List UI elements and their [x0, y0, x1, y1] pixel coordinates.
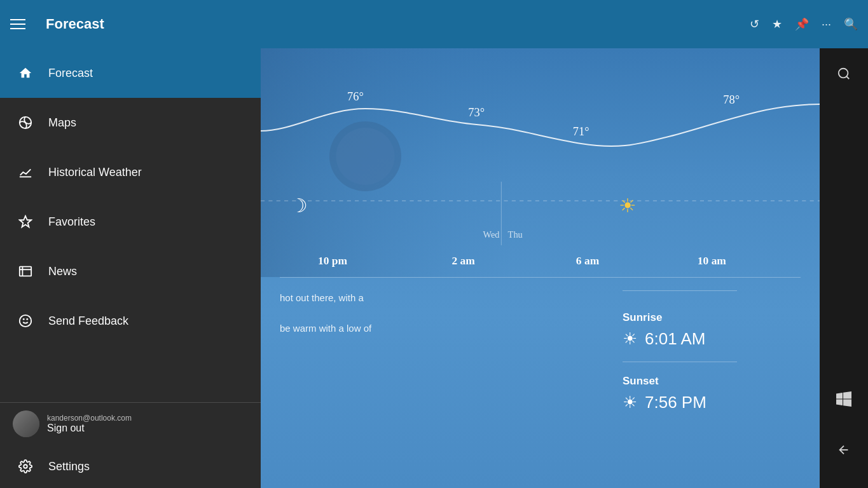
- sidebar-item-news[interactable]: News: [0, 247, 261, 296]
- menu-button[interactable]: [10, 11, 36, 37]
- windows-logo-icon: [831, 386, 857, 412]
- svg-line-28: [846, 76, 849, 79]
- avatar: [13, 410, 39, 437]
- sunset-value: 7:56 PM: [645, 393, 706, 412]
- svg-point-6: [20, 315, 31, 327]
- app-title: Forecast: [46, 16, 750, 32]
- svg-text:71°: 71°: [573, 125, 589, 138]
- refresh-icon[interactable]: ↺: [750, 17, 759, 31]
- chart-area: 76° 73° 71° 78° ☽ ☀ Wed Thu 10 pm 2 am 6…: [261, 48, 820, 277]
- pin-icon[interactable]: 📌: [795, 17, 809, 31]
- news-icon: [13, 264, 38, 278]
- historical-label: Historical Weather: [48, 166, 142, 179]
- sun-times: Sunrise ☀ 6:01 AM Sunset ☀ 7:56 PM: [623, 290, 801, 475]
- settings-label: Settings: [48, 460, 90, 473]
- more-icon[interactable]: ···: [822, 18, 831, 31]
- sunset-item: Sunset ☀ 7:56 PM: [623, 375, 801, 412]
- favorites-label: Favorites: [48, 215, 95, 229]
- title-actions: ↺ ★ 📌 ··· 🔍: [750, 17, 858, 31]
- svg-text:78°: 78°: [723, 93, 740, 106]
- favorite-icon[interactable]: ★: [772, 17, 782, 31]
- svg-text:2 am: 2 am: [452, 255, 476, 267]
- sidebar-item-settings[interactable]: Settings: [0, 445, 261, 488]
- sunset-icon: ☀: [623, 393, 637, 412]
- sunrise-value: 6:01 AM: [645, 329, 705, 349]
- feedback-icon: [13, 314, 38, 328]
- sidebar: Forecast Maps Historical Weather: [0, 48, 261, 488]
- svg-text:73°: 73°: [468, 106, 485, 119]
- user-email: kanderson@outlook.com: [47, 414, 132, 423]
- sign-out-label[interactable]: Sign out: [47, 423, 132, 434]
- main-area: Forecast Maps Historical Weather: [0, 48, 868, 488]
- forecast-label: Forecast: [48, 67, 93, 80]
- description-line2: be warm with a low of: [280, 321, 597, 336]
- gear-icon: [13, 459, 38, 473]
- description-line1: hot out there, with a: [280, 290, 597, 306]
- news-label: News: [48, 265, 77, 278]
- sidebar-item-favorites[interactable]: Favorites: [0, 197, 261, 247]
- weather-panel: 76° 73° 71° 78° ☽ ☀ Wed Thu 10 pm 2 am 6…: [261, 48, 820, 488]
- svg-text:76°: 76°: [347, 90, 364, 103]
- svg-text:☽: ☽: [290, 195, 307, 217]
- sunrise-time: ☀ 6:01 AM: [623, 329, 801, 349]
- svg-point-9: [24, 464, 27, 468]
- svg-text:☀: ☀: [619, 195, 636, 217]
- user-info: kanderson@outlook.com Sign out: [47, 414, 132, 434]
- historical-icon: [13, 165, 38, 179]
- svg-point-27: [839, 69, 848, 78]
- user-item[interactable]: kanderson@outlook.com Sign out: [0, 403, 261, 445]
- title-bar: Forecast ↺ ★ 📌 ··· 🔍: [0, 0, 868, 48]
- weather-info: hot out there, with a be warm with a low…: [261, 278, 820, 488]
- svg-text:10 pm: 10 pm: [318, 255, 348, 267]
- sunset-label: Sunset: [623, 375, 801, 388]
- maps-label: Maps: [48, 116, 76, 130]
- svg-text:6 am: 6 am: [576, 255, 600, 267]
- sidebar-item-forecast[interactable]: Forecast: [0, 48, 261, 98]
- svg-marker-2: [20, 216, 31, 227]
- sunset-time: ☀ 7:56 PM: [623, 393, 801, 412]
- right-chrome: [820, 48, 868, 488]
- svg-text:Thu: Thu: [508, 229, 523, 240]
- svg-point-12: [336, 128, 395, 185]
- weather-description: hot out there, with a be warm with a low…: [280, 290, 597, 475]
- temperature-chart: 76° 73° 71° 78° ☽ ☀ Wed Thu 10 pm 2 am 6…: [261, 48, 820, 277]
- sunrise-item: Sunrise ☀ 6:01 AM: [623, 311, 801, 349]
- sidebar-item-maps[interactable]: Maps: [0, 98, 261, 147]
- feedback-label: Send Feedback: [48, 315, 128, 328]
- back-button[interactable]: [831, 437, 857, 463]
- home-icon: [13, 66, 38, 80]
- maps-icon: [13, 116, 38, 130]
- chrome-search-icon[interactable]: [831, 61, 857, 86]
- svg-rect-3: [20, 267, 31, 276]
- sunrise-icon: ☀: [623, 329, 637, 349]
- svg-text:Wed: Wed: [483, 229, 500, 240]
- search-icon[interactable]: 🔍: [844, 17, 858, 31]
- sunrise-label: Sunrise: [623, 311, 801, 324]
- sidebar-item-feedback[interactable]: Send Feedback: [0, 296, 261, 346]
- favorites-icon: [13, 215, 38, 229]
- sidebar-bottom: kanderson@outlook.com Sign out Settings: [0, 402, 261, 488]
- sidebar-item-historical[interactable]: Historical Weather: [0, 147, 261, 197]
- svg-text:10 am: 10 am: [698, 255, 727, 267]
